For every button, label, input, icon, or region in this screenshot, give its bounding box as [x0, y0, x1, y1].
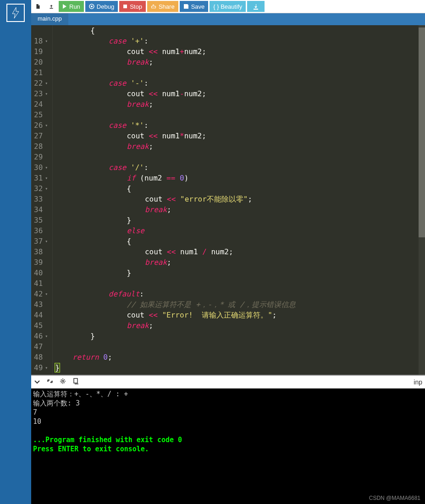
gutter-line: 19 [34, 46, 48, 57]
gutter-line: 35 [34, 215, 48, 225]
sidebar [0, 0, 31, 504]
share-label: Share [159, 3, 175, 10]
toolbar: Run Debug Stop Share Save { } Beautify [31, 0, 425, 13]
code-line[interactable]: cout << "Error! 请输入正确运算符。"; [55, 310, 425, 320]
code-line[interactable]: case '+': [55, 36, 425, 46]
save-label: Save [191, 3, 205, 10]
gutter-line: 45 [34, 320, 48, 331]
chevron-down-icon[interactable] [34, 378, 40, 386]
app-logo [6, 4, 25, 22]
stop-button[interactable]: Stop [119, 1, 146, 12]
gutter-line: 23▾ [34, 88, 48, 99]
debug-icon [89, 4, 94, 9]
code-line[interactable] [55, 278, 425, 289]
code-line[interactable]: case '-': [55, 78, 425, 88]
code-line[interactable]: // 如果运算符不是 +，-，* 或 /，提示错误信息 [55, 299, 425, 310]
gutter-line: 36 [34, 225, 48, 236]
gutter-line: 39 [34, 257, 48, 268]
code-line[interactable]: if (num2 == 0) [55, 173, 425, 183]
download-button[interactable] [247, 1, 265, 12]
code-line[interactable]: default: [55, 289, 425, 299]
gutter-line: 26▾ [34, 120, 48, 131]
expand-icon[interactable] [47, 378, 53, 386]
gutter-line: 21 [34, 67, 48, 78]
gutter-line: 22▾ [34, 78, 48, 88]
tab-main-cpp[interactable]: main.cpp [31, 13, 68, 25]
code-line[interactable]: break; [55, 320, 425, 331]
gutter-line: 28 [34, 141, 48, 152]
code-line[interactable]: case '/': [55, 162, 425, 173]
svg-rect-4 [74, 378, 77, 383]
code-line[interactable]: } [55, 268, 425, 278]
code-line[interactable] [55, 110, 425, 120]
run-label: Run [69, 3, 80, 10]
code-line[interactable] [55, 341, 425, 352]
code-content[interactable]: { case '+': cout << num1+num2; break; ca… [53, 25, 425, 375]
gutter-line: 27 [34, 131, 48, 141]
code-editor[interactable]: 18▾19202122▾23▾242526▾27282930▾31▾32▾333… [31, 25, 425, 375]
code-line[interactable] [55, 152, 425, 162]
code-line[interactable]: cout << num1+num2; [55, 46, 425, 57]
beautify-label: { } Beautify [213, 3, 242, 10]
gutter-line: 33 [34, 194, 48, 204]
download-icon [253, 3, 259, 10]
code-line[interactable]: break; [55, 141, 425, 152]
run-button[interactable]: Run [59, 1, 84, 12]
watermark: CSDN @MAMA6681 [369, 495, 420, 501]
editor-scrollbar[interactable] [419, 25, 425, 375]
copy-icon[interactable] [72, 378, 79, 386]
code-line[interactable]: return 0; [55, 352, 425, 362]
code-line[interactable]: cout << num1-num2; [55, 88, 425, 99]
gutter-line: 18▾ [34, 36, 48, 46]
svg-rect-2 [123, 5, 127, 8]
code-line[interactable]: break; [55, 257, 425, 268]
input-label: inp [414, 378, 422, 386]
beautify-button[interactable]: { } Beautify [210, 1, 246, 12]
console-output[interactable]: 输入运算符：+、-、*、/ : + 输入两个数: 3 7 10 ...Progr… [31, 389, 425, 504]
code-line[interactable]: } [55, 215, 425, 225]
new-file-button[interactable] [32, 1, 44, 12]
save-button[interactable]: Save [180, 1, 209, 12]
code-line[interactable]: { [55, 183, 425, 194]
gutter-line: 34 [34, 204, 48, 215]
code-line[interactable] [55, 67, 425, 78]
upload-button[interactable] [45, 1, 57, 12]
share-icon [151, 4, 156, 9]
code-line[interactable]: break; [55, 204, 425, 215]
svg-point-1 [91, 5, 93, 7]
code-line[interactable]: } [55, 331, 425, 341]
tab-label: main.cpp [38, 15, 62, 22]
code-line[interactable]: } [55, 362, 425, 373]
gutter-line: 20 [34, 57, 48, 67]
stop-icon [123, 4, 127, 9]
code-line[interactable]: cout << num1 / num2; [55, 247, 425, 257]
share-button[interactable]: Share [147, 1, 178, 12]
lightning-icon [11, 6, 20, 19]
tab-bar: main.cpp [31, 13, 425, 25]
file-icon [36, 3, 40, 10]
code-line[interactable]: break; [55, 99, 425, 110]
code-line[interactable]: else [55, 225, 425, 236]
gutter-line: 41 [34, 278, 48, 289]
gutter-line: 24 [34, 99, 48, 110]
gutter-line: 44 [34, 310, 48, 320]
stop-label: Stop [130, 3, 142, 10]
line-gutter: 18▾19202122▾23▾242526▾27282930▾31▾32▾333… [31, 25, 53, 375]
gear-icon[interactable] [60, 378, 66, 386]
code-line[interactable]: cout << num1*num2; [55, 131, 425, 141]
main-area: Run Debug Stop Share Save { } Beautify m… [31, 0, 425, 504]
gutter-line: 43 [34, 299, 48, 310]
gutter-line: 46▾ [34, 331, 48, 341]
upload-icon [49, 3, 54, 10]
gutter-line: 47 [34, 341, 48, 352]
code-line[interactable]: cout << "error不能除以零"; [55, 194, 425, 204]
svg-point-3 [62, 380, 64, 382]
code-line[interactable]: case '*': [55, 120, 425, 131]
debug-label: Debug [97, 3, 114, 10]
code-line[interactable]: { [55, 236, 425, 247]
code-line[interactable]: break; [55, 57, 425, 67]
debug-button[interactable]: Debug [85, 1, 118, 12]
gutter-line: 48 [34, 352, 48, 362]
scrollbar-thumb[interactable] [419, 27, 425, 237]
gutter-line: 25 [34, 110, 48, 120]
